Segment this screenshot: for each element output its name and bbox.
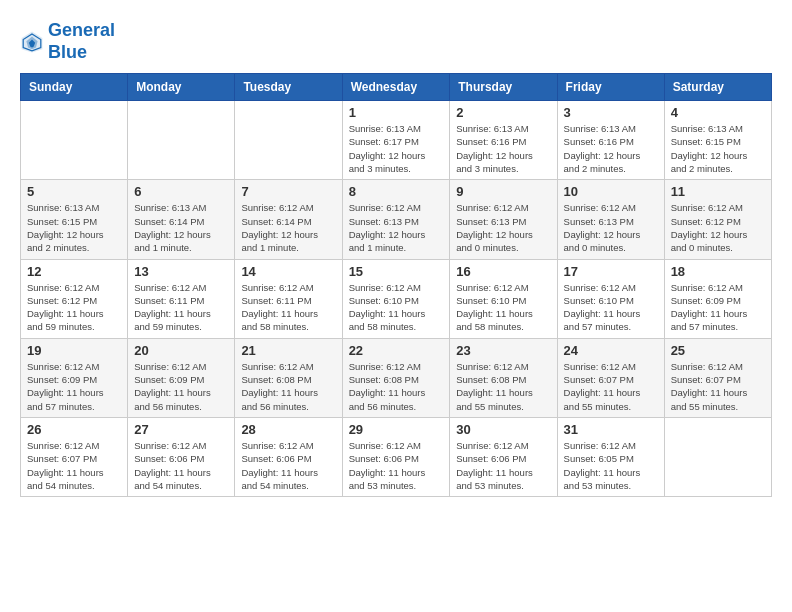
day-info: Sunrise: 6:12 AM Sunset: 6:13 PM Dayligh… [564, 201, 658, 254]
calendar-cell: 20Sunrise: 6:12 AM Sunset: 6:09 PM Dayli… [128, 338, 235, 417]
day-info: Sunrise: 6:12 AM Sunset: 6:06 PM Dayligh… [241, 439, 335, 492]
calendar-cell: 31Sunrise: 6:12 AM Sunset: 6:05 PM Dayli… [557, 417, 664, 496]
weekday-header-tuesday: Tuesday [235, 74, 342, 101]
day-number: 18 [671, 264, 765, 279]
day-info: Sunrise: 6:13 AM Sunset: 6:16 PM Dayligh… [456, 122, 550, 175]
day-number: 20 [134, 343, 228, 358]
calendar-cell: 17Sunrise: 6:12 AM Sunset: 6:10 PM Dayli… [557, 259, 664, 338]
day-number: 10 [564, 184, 658, 199]
calendar-cell: 23Sunrise: 6:12 AM Sunset: 6:08 PM Dayli… [450, 338, 557, 417]
calendar-cell: 2Sunrise: 6:13 AM Sunset: 6:16 PM Daylig… [450, 101, 557, 180]
calendar-week-row: 19Sunrise: 6:12 AM Sunset: 6:09 PM Dayli… [21, 338, 772, 417]
weekday-header-row: SundayMondayTuesdayWednesdayThursdayFrid… [21, 74, 772, 101]
calendar-cell: 14Sunrise: 6:12 AM Sunset: 6:11 PM Dayli… [235, 259, 342, 338]
calendar-week-row: 12Sunrise: 6:12 AM Sunset: 6:12 PM Dayli… [21, 259, 772, 338]
calendar-cell: 22Sunrise: 6:12 AM Sunset: 6:08 PM Dayli… [342, 338, 450, 417]
weekday-header-sunday: Sunday [21, 74, 128, 101]
calendar-cell: 4Sunrise: 6:13 AM Sunset: 6:15 PM Daylig… [664, 101, 771, 180]
calendar-cell: 8Sunrise: 6:12 AM Sunset: 6:13 PM Daylig… [342, 180, 450, 259]
calendar-cell: 11Sunrise: 6:12 AM Sunset: 6:12 PM Dayli… [664, 180, 771, 259]
calendar-week-row: 5Sunrise: 6:13 AM Sunset: 6:15 PM Daylig… [21, 180, 772, 259]
day-info: Sunrise: 6:13 AM Sunset: 6:15 PM Dayligh… [671, 122, 765, 175]
calendar-cell: 5Sunrise: 6:13 AM Sunset: 6:15 PM Daylig… [21, 180, 128, 259]
day-info: Sunrise: 6:12 AM Sunset: 6:08 PM Dayligh… [456, 360, 550, 413]
day-number: 21 [241, 343, 335, 358]
day-number: 13 [134, 264, 228, 279]
day-number: 2 [456, 105, 550, 120]
day-number: 31 [564, 422, 658, 437]
day-info: Sunrise: 6:13 AM Sunset: 6:14 PM Dayligh… [134, 201, 228, 254]
calendar-cell [664, 417, 771, 496]
day-number: 1 [349, 105, 444, 120]
logo-icon [20, 30, 44, 54]
day-info: Sunrise: 6:12 AM Sunset: 6:05 PM Dayligh… [564, 439, 658, 492]
day-number: 24 [564, 343, 658, 358]
calendar-week-row: 26Sunrise: 6:12 AM Sunset: 6:07 PM Dayli… [21, 417, 772, 496]
day-number: 4 [671, 105, 765, 120]
calendar-cell: 18Sunrise: 6:12 AM Sunset: 6:09 PM Dayli… [664, 259, 771, 338]
day-info: Sunrise: 6:12 AM Sunset: 6:09 PM Dayligh… [134, 360, 228, 413]
weekday-header-thursday: Thursday [450, 74, 557, 101]
day-info: Sunrise: 6:12 AM Sunset: 6:08 PM Dayligh… [241, 360, 335, 413]
day-info: Sunrise: 6:12 AM Sunset: 6:12 PM Dayligh… [671, 201, 765, 254]
day-info: Sunrise: 6:12 AM Sunset: 6:10 PM Dayligh… [456, 281, 550, 334]
day-number: 23 [456, 343, 550, 358]
day-info: Sunrise: 6:13 AM Sunset: 6:15 PM Dayligh… [27, 201, 121, 254]
day-info: Sunrise: 6:12 AM Sunset: 6:07 PM Dayligh… [671, 360, 765, 413]
day-number: 30 [456, 422, 550, 437]
calendar-cell: 28Sunrise: 6:12 AM Sunset: 6:06 PM Dayli… [235, 417, 342, 496]
calendar-cell: 9Sunrise: 6:12 AM Sunset: 6:13 PM Daylig… [450, 180, 557, 259]
day-number: 16 [456, 264, 550, 279]
day-info: Sunrise: 6:12 AM Sunset: 6:06 PM Dayligh… [134, 439, 228, 492]
day-info: Sunrise: 6:12 AM Sunset: 6:12 PM Dayligh… [27, 281, 121, 334]
day-number: 6 [134, 184, 228, 199]
calendar-table: SundayMondayTuesdayWednesdayThursdayFrid… [20, 73, 772, 497]
day-number: 3 [564, 105, 658, 120]
calendar-cell: 21Sunrise: 6:12 AM Sunset: 6:08 PM Dayli… [235, 338, 342, 417]
day-info: Sunrise: 6:12 AM Sunset: 6:09 PM Dayligh… [27, 360, 121, 413]
calendar-cell [235, 101, 342, 180]
calendar-cell: 15Sunrise: 6:12 AM Sunset: 6:10 PM Dayli… [342, 259, 450, 338]
calendar-cell: 12Sunrise: 6:12 AM Sunset: 6:12 PM Dayli… [21, 259, 128, 338]
calendar-cell: 26Sunrise: 6:12 AM Sunset: 6:07 PM Dayli… [21, 417, 128, 496]
day-number: 14 [241, 264, 335, 279]
day-number: 28 [241, 422, 335, 437]
day-info: Sunrise: 6:12 AM Sunset: 6:13 PM Dayligh… [349, 201, 444, 254]
day-number: 26 [27, 422, 121, 437]
day-number: 9 [456, 184, 550, 199]
page-header: General Blue [20, 20, 772, 63]
logo-text: General Blue [48, 20, 115, 63]
calendar-cell: 13Sunrise: 6:12 AM Sunset: 6:11 PM Dayli… [128, 259, 235, 338]
day-number: 8 [349, 184, 444, 199]
day-info: Sunrise: 6:12 AM Sunset: 6:11 PM Dayligh… [241, 281, 335, 334]
weekday-header-monday: Monday [128, 74, 235, 101]
weekday-header-saturday: Saturday [664, 74, 771, 101]
calendar-cell: 19Sunrise: 6:12 AM Sunset: 6:09 PM Dayli… [21, 338, 128, 417]
day-info: Sunrise: 6:12 AM Sunset: 6:07 PM Dayligh… [27, 439, 121, 492]
day-info: Sunrise: 6:12 AM Sunset: 6:10 PM Dayligh… [564, 281, 658, 334]
calendar-cell: 16Sunrise: 6:12 AM Sunset: 6:10 PM Dayli… [450, 259, 557, 338]
calendar-cell [128, 101, 235, 180]
day-info: Sunrise: 6:13 AM Sunset: 6:17 PM Dayligh… [349, 122, 444, 175]
calendar-cell: 25Sunrise: 6:12 AM Sunset: 6:07 PM Dayli… [664, 338, 771, 417]
day-number: 25 [671, 343, 765, 358]
day-number: 5 [27, 184, 121, 199]
day-info: Sunrise: 6:12 AM Sunset: 6:10 PM Dayligh… [349, 281, 444, 334]
day-info: Sunrise: 6:12 AM Sunset: 6:14 PM Dayligh… [241, 201, 335, 254]
calendar-week-row: 1Sunrise: 6:13 AM Sunset: 6:17 PM Daylig… [21, 101, 772, 180]
day-info: Sunrise: 6:12 AM Sunset: 6:07 PM Dayligh… [564, 360, 658, 413]
day-number: 27 [134, 422, 228, 437]
calendar-cell: 7Sunrise: 6:12 AM Sunset: 6:14 PM Daylig… [235, 180, 342, 259]
calendar-cell: 24Sunrise: 6:12 AM Sunset: 6:07 PM Dayli… [557, 338, 664, 417]
day-info: Sunrise: 6:12 AM Sunset: 6:08 PM Dayligh… [349, 360, 444, 413]
day-info: Sunrise: 6:13 AM Sunset: 6:16 PM Dayligh… [564, 122, 658, 175]
day-number: 7 [241, 184, 335, 199]
day-number: 11 [671, 184, 765, 199]
day-number: 29 [349, 422, 444, 437]
day-info: Sunrise: 6:12 AM Sunset: 6:06 PM Dayligh… [456, 439, 550, 492]
day-number: 19 [27, 343, 121, 358]
calendar-cell: 30Sunrise: 6:12 AM Sunset: 6:06 PM Dayli… [450, 417, 557, 496]
day-info: Sunrise: 6:12 AM Sunset: 6:11 PM Dayligh… [134, 281, 228, 334]
calendar-cell: 10Sunrise: 6:12 AM Sunset: 6:13 PM Dayli… [557, 180, 664, 259]
day-number: 12 [27, 264, 121, 279]
